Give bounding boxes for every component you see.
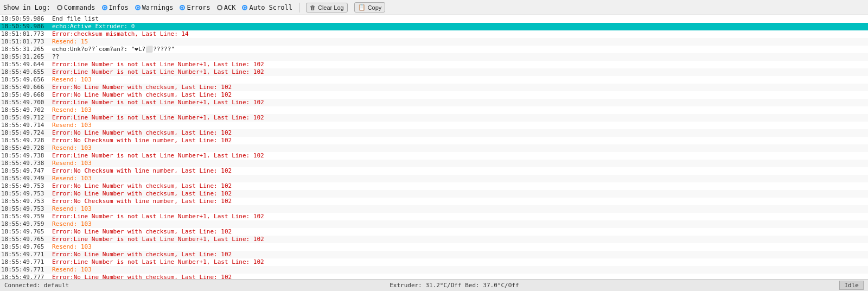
errors-radio-group[interactable]: Errors (180, 4, 210, 11)
copy-button[interactable]: 📋 Copy (354, 2, 386, 12)
log-timestamp: 18:55:49.771 (1, 251, 50, 258)
log-row: 18:55:49.753Resend: 103 (0, 205, 868, 213)
log-row: 18:55:49.668Error:No Line Number with ch… (0, 91, 868, 99)
log-timestamp: 18:55:49.724 (1, 129, 50, 137)
log-row: 18:55:49.765Error:No Line Number with ch… (0, 228, 868, 236)
log-message: Error:Line Number is not Last Line Numbe… (50, 68, 264, 76)
clear-log-label: Clear Log (318, 4, 344, 11)
errors-radio-dot (180, 5, 185, 10)
log-timestamp: 18:55:49.702 (1, 106, 50, 114)
log-timestamp: 18:55:49.777 (1, 274, 50, 279)
log-row: 18:55:49.771Error:Line Number is not Las… (0, 258, 868, 266)
toolbar: Show in Log: Commands Infos Warnings Err… (0, 0, 868, 15)
log-timestamp: 18:55:49.728 (1, 137, 50, 144)
temperature-status: Extruder: 31.2°C/Off Bed: 37.0°C/Off (390, 282, 519, 289)
warnings-radio-dot (135, 5, 141, 10)
log-message: Resend: 103 (50, 175, 92, 182)
auto-scroll-label: Auto Scroll (249, 4, 292, 11)
log-message: Error:Line Number is not Last Line Numbe… (50, 114, 264, 122)
log-timestamp: 18:55:49.765 (1, 243, 50, 251)
log-timestamp: 18:55:49.738 (1, 160, 50, 167)
infos-radio-group[interactable]: Infos (102, 4, 129, 11)
log-row: 18:50:59.986End file list (0, 15, 868, 23)
log-row: 18:55:49.753Error:No Line Number with ch… (0, 190, 868, 198)
log-message: Error:No Checksum with line number, Last… (50, 167, 232, 175)
ack-label: ACK (224, 4, 236, 11)
commands-radio-group[interactable]: Commands (57, 4, 95, 11)
log-timestamp: 18:55:49.753 (1, 182, 50, 190)
log-row: 18:55:49.747Error:No Checksum with line … (0, 167, 868, 175)
copy-icon: 📋 (358, 4, 366, 11)
log-timestamp: 18:55:49.655 (1, 68, 50, 76)
log-message: Error:No Line Number with checksum, Last… (50, 251, 232, 258)
log-timestamp: 18:55:31.265 (1, 53, 50, 61)
log-message: Error:No Checksum with line number, Last… (50, 137, 232, 144)
log-row: 18:55:49.759Resend: 103 (0, 220, 868, 228)
log-timestamp: 18:55:49.753 (1, 198, 50, 205)
log-row: 18:55:49.771Error:No Line Number with ch… (0, 251, 868, 258)
infos-radio-dot (102, 5, 107, 10)
log-row: 18:55:49.749Resend: 103 (0, 175, 868, 182)
log-message: Resend: 103 (50, 243, 92, 251)
log-message: Error:Line Number is not Last Line Numbe… (50, 213, 264, 220)
log-row: 18:55:49.765Resend: 103 (0, 243, 868, 251)
log-row: 18:55:49.666Error:No Line Number with ch… (0, 84, 868, 91)
log-timestamp: 18:55:49.753 (1, 205, 50, 213)
log-timestamp: 18:55:49.700 (1, 99, 50, 106)
log-row: 18:55:49.765Error:Line Number is not Las… (0, 236, 868, 243)
log-area: 18:50:59.986End file list18:50:59.986ech… (0, 15, 868, 279)
log-row: 18:55:49.644Error:Line Number is not Las… (0, 61, 868, 68)
log-message: Resend: 103 (50, 205, 92, 213)
log-message: Error:No Line Number with checksum, Last… (50, 84, 232, 91)
log-message: Resend: 103 (50, 266, 92, 274)
log-message: Error:No Checksum with line number, Last… (50, 198, 232, 205)
log-timestamp: 18:55:49.759 (1, 213, 50, 220)
log-message: echo:Unk?o??`com?an?: "❤L?⬜?????" (50, 46, 175, 53)
copy-label: Copy (368, 4, 382, 11)
log-timestamp: 18:55:49.738 (1, 152, 50, 160)
log-row: 18:55:49.700Error:Line Number is not Las… (0, 99, 868, 106)
connected-status: Connected: default (4, 282, 69, 289)
log-row: 18:55:31.265echo:Unk?o??`com?an?: "❤L?⬜?… (0, 46, 868, 53)
log-row: 18:55:49.714Resend: 103 (0, 122, 868, 129)
log-timestamp: 18:55:49.749 (1, 175, 50, 182)
ack-radio-dot (217, 5, 222, 10)
log-timestamp: 18:55:49.714 (1, 122, 50, 129)
auto-scroll-radio-group[interactable]: Auto Scroll (242, 4, 292, 11)
log-row: 18:55:49.728Error:No Checksum with line … (0, 137, 868, 144)
log-timestamp: 18:55:49.771 (1, 266, 50, 274)
log-message: Resend: 103 (50, 160, 92, 167)
log-message: ?? (50, 53, 59, 61)
errors-label: Errors (187, 4, 210, 11)
auto-scroll-radio-dot (242, 5, 247, 10)
log-timestamp: 18:55:49.728 (1, 144, 50, 152)
log-message: echo:Active Extruder: 0 (50, 23, 135, 30)
warnings-radio-group[interactable]: Warnings (135, 4, 174, 11)
log-timestamp: 18:55:49.765 (1, 236, 50, 243)
log-message: Error:No Line Number with checksum, Last… (50, 228, 232, 236)
log-row: 18:55:49.753Error:No Line Number with ch… (0, 182, 868, 190)
log-message: Resend: 15 (50, 38, 88, 46)
log-message: Resend: 103 (50, 220, 92, 228)
ack-radio-group[interactable]: ACK (217, 4, 236, 11)
log-message: Error:Line Number is not Last Line Numbe… (50, 258, 264, 266)
log-row: 18:55:49.656Resend: 103 (0, 76, 868, 84)
trash-icon: 🗑 (310, 4, 316, 11)
log-message: Error:No Line Number with checksum, Last… (50, 274, 232, 279)
log-timestamp: 18:55:49.712 (1, 114, 50, 122)
log-timestamp: 18:55:49.644 (1, 61, 50, 68)
log-row: 18:55:49.728Resend: 103 (0, 144, 868, 152)
log-row: 18:55:49.777Error:No Line Number with ch… (0, 274, 868, 279)
log-message: Error:No Line Number with checksum, Last… (50, 190, 232, 198)
log-timestamp: 18:55:49.747 (1, 167, 50, 175)
clear-log-button[interactable]: 🗑 Clear Log (306, 3, 348, 12)
log-row: 18:55:49.738Error:Line Number is not Las… (0, 152, 868, 160)
commands-radio-dot (57, 5, 62, 10)
log-timestamp: 18:55:31.265 (1, 46, 50, 53)
idle-status: Idle (839, 281, 864, 290)
log-message: End file list (50, 15, 99, 23)
log-timestamp: 18:55:49.666 (1, 84, 50, 91)
log-row: 18:51:01.773Resend: 15 (0, 38, 868, 46)
log-row: 18:55:49.738Resend: 103 (0, 160, 868, 167)
log-timestamp: 18:51:01.773 (1, 30, 50, 38)
